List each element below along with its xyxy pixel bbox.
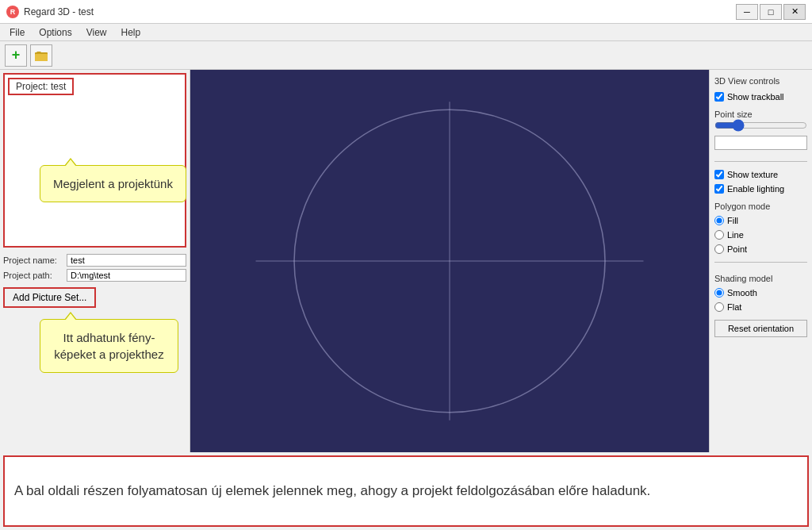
polygon-point-row: Point — [714, 244, 807, 254]
title-bar: R Regard 3D - test ─ □ ✕ — [0, 0, 812, 24]
close-button[interactable]: ✕ — [783, 4, 806, 20]
project-name-row: Project name: test — [3, 254, 186, 267]
title-bar-controls: ─ □ ✕ — [736, 4, 806, 20]
tooltip-project: Megjelent a projektünk — [40, 165, 186, 202]
window-title: Regard 3D - test — [24, 6, 94, 17]
point-size-slider[interactable] — [714, 119, 807, 132]
polygon-mode-title: Polygon mode — [714, 202, 807, 211]
polygon-fill-radio[interactable] — [714, 216, 724, 225]
right-panel: 3D View controls Show trackball Point si… — [709, 70, 812, 452]
3d-view-svg — [190, 70, 709, 452]
shading-flat-row: Flat — [714, 302, 807, 312]
minimize-button[interactable]: ─ — [736, 4, 758, 20]
open-button[interactable] — [30, 44, 52, 67]
polygon-line-radio[interactable] — [714, 230, 724, 240]
show-texture-row: Show texture — [714, 170, 807, 179]
project-path-row: Project path: D:\mg\test — [3, 269, 186, 282]
show-trackball-row: Show trackball — [714, 92, 807, 102]
show-trackball-checkbox[interactable] — [714, 92, 724, 102]
divider-1 — [714, 161, 807, 162]
show-texture-label: Show texture — [727, 170, 778, 179]
project-name-label: Project name: — [3, 255, 67, 265]
menu-help[interactable]: Help — [115, 25, 147, 40]
app-icon: R — [6, 6, 19, 18]
shading-smooth-row: Smooth — [714, 288, 807, 298]
shading-flat-radio[interactable] — [714, 302, 724, 312]
menu-view[interactable]: View — [80, 25, 113, 40]
polygon-fill-row: Fill — [714, 216, 807, 225]
left-panel: Project: test Megjelent a projektünk Pro… — [0, 70, 190, 452]
project-name-value: test — [67, 254, 186, 267]
center-3d-view[interactable] — [190, 70, 709, 452]
toolbar: + — [0, 41, 812, 70]
polygon-point-radio[interactable] — [714, 244, 724, 254]
polygon-line-label: Line — [727, 230, 744, 240]
enable-lighting-label: Enable lighting — [727, 184, 784, 194]
show-trackball-label: Show trackball — [727, 92, 784, 102]
project-tree: Project: test — [3, 73, 186, 248]
menu-file[interactable]: File — [3, 25, 31, 40]
show-texture-checkbox[interactable] — [714, 170, 724, 179]
shading-model-title: Shading model — [714, 274, 807, 283]
polygon-fill-label: Fill — [727, 216, 738, 225]
reset-orientation-button[interactable]: Reset orientation — [714, 320, 807, 337]
shading-flat-label: Flat — [727, 302, 741, 312]
polygon-line-row: Line — [714, 230, 807, 240]
menu-options[interactable]: Options — [33, 25, 78, 40]
maximize-button[interactable]: □ — [760, 4, 782, 20]
point-size-label: Point size — [714, 109, 807, 119]
title-bar-left: R Regard 3D - test — [6, 6, 94, 18]
project-info: Project name: test Project path: D:\mg\t… — [3, 254, 186, 308]
point-size-value — [714, 136, 807, 150]
polygon-point-label: Point — [727, 244, 747, 254]
menu-bar: File Options View Help — [0, 24, 812, 41]
enable-lighting-row: Enable lighting — [714, 184, 807, 194]
bottom-note: A bal oldali részen folyamatosan új elem… — [3, 455, 809, 527]
point-size-container: Point size — [714, 109, 807, 150]
add-picture-button[interactable]: Add Picture Set... — [3, 287, 96, 308]
main-area: Project: test Megjelent a projektünk Pro… — [0, 70, 812, 452]
bottom-note-text: A bal oldali részen folyamatosan új elem… — [14, 482, 650, 501]
3d-view-controls-title: 3D View controls — [714, 76, 807, 86]
project-item[interactable]: Project: test — [8, 78, 74, 95]
project-path-label: Project path: — [3, 271, 67, 280]
shading-smooth-label: Smooth — [727, 288, 757, 298]
divider-2 — [714, 262, 807, 263]
add-button[interactable]: + — [5, 44, 27, 67]
enable-lighting-checkbox[interactable] — [714, 184, 724, 194]
project-path-value: D:\mg\test — [67, 269, 186, 282]
tooltip-add-picture: Itt adhatunk fény- képeket a projekthez — [40, 319, 178, 373]
shading-smooth-radio[interactable] — [714, 288, 724, 298]
open-icon — [34, 49, 48, 62]
svg-rect-1 — [35, 54, 48, 61]
